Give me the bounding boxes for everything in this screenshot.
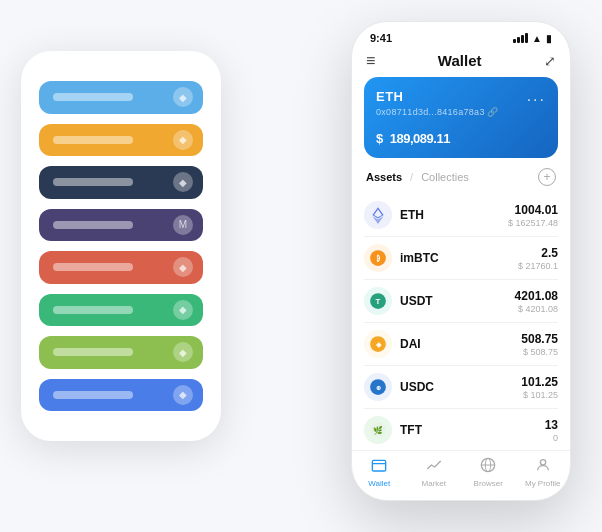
dai-name: DAI xyxy=(400,337,521,351)
phone-header: ≡ Wallet ⤢ xyxy=(352,48,570,77)
usdt-icon: T xyxy=(364,287,392,315)
eth-card-balance: $ 189,089.11 xyxy=(376,125,546,148)
eth-amount: 1004.01 xyxy=(508,203,558,217)
usdc-amount: 101.25 xyxy=(521,375,558,389)
asset-row-eth[interactable]: ETH1004.01$ 162517.48 xyxy=(364,194,558,237)
nav-market-icon xyxy=(426,457,442,477)
usdt-amount: 4201.08 xyxy=(515,289,558,303)
wallet-card-1[interactable]: ◆ xyxy=(39,124,203,157)
wallet-card-2[interactable]: ◆ xyxy=(39,166,203,199)
assets-header: Assets / Collecties + xyxy=(352,168,570,194)
asset-row-tft[interactable]: 🌿TFT130 xyxy=(364,409,558,450)
eth-usd: $ 162517.48 xyxy=(508,218,558,228)
nav-item-my-profile[interactable]: My Profile xyxy=(516,457,571,488)
wallet-card-4[interactable]: ◆ xyxy=(39,251,203,284)
svg-rect-10 xyxy=(373,460,386,471)
eth-card-address: 0x08711d3d...8416a78a3 🔗 xyxy=(376,107,546,117)
right-phone: 9:41 ▲ ▮ ≡ Wallet ⤢ ETH ... xyxy=(351,21,571,501)
dai-usd: $ 508.75 xyxy=(521,347,558,357)
usdc-icon: ⊕ xyxy=(364,373,392,401)
nav-my-profile-icon xyxy=(535,457,551,477)
tab-collecties[interactable]: Collecties xyxy=(421,171,469,183)
wallet-card-7[interactable]: ◆ xyxy=(39,379,203,412)
nav-browser-icon xyxy=(480,457,496,477)
usdc-usd: $ 101.25 xyxy=(521,390,558,400)
add-asset-button[interactable]: + xyxy=(538,168,556,186)
card-icon: ◆ xyxy=(173,342,193,362)
card-icon: ◆ xyxy=(173,130,193,150)
eth-card[interactable]: ETH ... 0x08711d3d...8416a78a3 🔗 $ 189,0… xyxy=(364,77,558,158)
tft-amount: 13 xyxy=(545,418,558,432)
battery-icon: ▮ xyxy=(546,33,552,44)
wallet-card-3[interactable]: M xyxy=(39,209,203,242)
imbtc-amount: 2.5 xyxy=(518,246,558,260)
imbtc-icon: ₿ xyxy=(364,244,392,272)
tab-divider: / xyxy=(410,171,413,183)
nav-browser-label: Browser xyxy=(474,479,503,488)
imbtc-name: imBTC xyxy=(400,251,518,265)
scene: ◆◆◆M◆◆◆◆ 9:41 ▲ ▮ ≡ Wallet ⤢ xyxy=(21,21,581,511)
left-phone: ◆◆◆M◆◆◆◆ xyxy=(21,51,221,441)
eth-name: ETH xyxy=(400,208,508,222)
nav-item-browser[interactable]: Browser xyxy=(461,457,516,488)
page-title: Wallet xyxy=(438,52,482,69)
dai-icon: ◈ xyxy=(364,330,392,358)
imbtc-usd: $ 21760.1 xyxy=(518,261,558,271)
nav-wallet-icon xyxy=(371,457,387,477)
wallet-card-0[interactable]: ◆ xyxy=(39,81,203,114)
balance-value: 189,089.11 xyxy=(390,131,450,146)
card-icon: ◆ xyxy=(173,300,193,320)
nav-item-wallet[interactable]: Wallet xyxy=(352,457,407,488)
eth-card-title: ETH xyxy=(376,89,404,104)
asset-row-usdc[interactable]: ⊕USDC101.25$ 101.25 xyxy=(364,366,558,409)
signal-icon xyxy=(513,33,528,43)
assets-tabs: Assets / Collecties xyxy=(366,171,469,183)
asset-row-imbtc[interactable]: ₿imBTC2.5$ 21760.1 xyxy=(364,237,558,280)
card-icon: ◆ xyxy=(173,385,193,405)
status-bar: 9:41 ▲ ▮ xyxy=(352,22,570,48)
nav-wallet-label: Wallet xyxy=(368,479,390,488)
card-icon: ◆ xyxy=(173,257,193,277)
tft-usd: 0 xyxy=(545,433,558,443)
usdc-name: USDC xyxy=(400,380,521,394)
card-icon: ◆ xyxy=(173,87,193,107)
wallet-card-5[interactable]: ◆ xyxy=(39,294,203,327)
tab-assets[interactable]: Assets xyxy=(366,171,402,183)
tft-icon: 🌿 xyxy=(364,416,392,444)
wifi-icon: ▲ xyxy=(532,33,542,44)
svg-text:◈: ◈ xyxy=(375,341,382,348)
nav-my-profile-label: My Profile xyxy=(525,479,561,488)
status-icons: ▲ ▮ xyxy=(513,33,552,44)
expand-icon[interactable]: ⤢ xyxy=(544,53,556,69)
asset-list: ETH1004.01$ 162517.48₿imBTC2.5$ 21760.1T… xyxy=(352,194,570,450)
card-icon: M xyxy=(173,215,193,235)
svg-point-14 xyxy=(540,460,545,465)
asset-row-dai[interactable]: ◈DAI508.75$ 508.75 xyxy=(364,323,558,366)
svg-text:⊕: ⊕ xyxy=(376,384,381,391)
eth-card-menu[interactable]: ... xyxy=(527,87,546,105)
nav-item-market[interactable]: Market xyxy=(407,457,462,488)
dai-amount: 508.75 xyxy=(521,332,558,346)
eth-icon xyxy=(364,201,392,229)
usdt-name: USDT xyxy=(400,294,515,308)
bottom-nav: WalletMarketBrowserMy Profile xyxy=(352,450,570,500)
asset-row-usdt[interactable]: TUSDT4201.08$ 4201.08 xyxy=(364,280,558,323)
usdt-usd: $ 4201.08 xyxy=(515,304,558,314)
nav-market-label: Market xyxy=(422,479,446,488)
time-label: 9:41 xyxy=(370,32,392,44)
tft-name: TFT xyxy=(400,423,545,437)
currency-symbol: $ xyxy=(376,131,383,146)
wallet-card-6[interactable]: ◆ xyxy=(39,336,203,369)
svg-text:🌿: 🌿 xyxy=(373,425,383,435)
card-icon: ◆ xyxy=(173,172,193,192)
svg-text:T: T xyxy=(376,297,381,306)
menu-icon[interactable]: ≡ xyxy=(366,53,375,69)
